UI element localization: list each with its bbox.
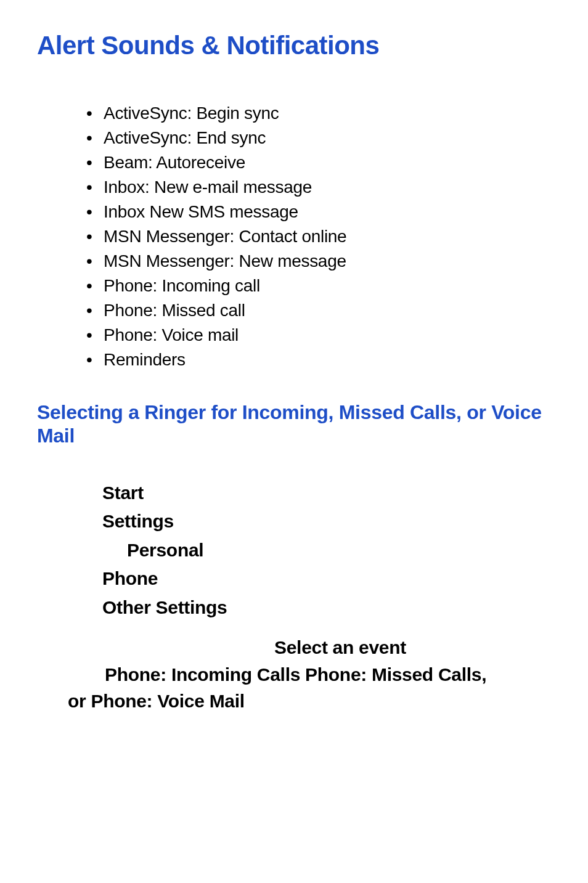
list-item: Phone: Missed call <box>86 301 551 320</box>
step-personal: Personal <box>102 536 551 565</box>
list-item: MSN Messenger: Contact online <box>86 227 551 246</box>
list-item: Phone: Incoming call <box>86 276 551 296</box>
navigation-steps: Start Settings Personal Phone Other Sett… <box>102 479 551 622</box>
list-item: ActiveSync: End sync <box>86 128 551 148</box>
list-item: Inbox New SMS message <box>86 202 551 222</box>
step-start: Start <box>102 482 144 503</box>
step-phone: Phone <box>102 568 158 588</box>
list-item: Beam: Autoreceive <box>86 153 551 173</box>
list-item: Reminders <box>86 350 551 370</box>
instruction-paragraph: Select an event Phone: Incoming Calls Ph… <box>68 634 551 715</box>
step-other-settings: Other Settings <box>102 597 227 617</box>
step-settings: Settings <box>102 511 174 531</box>
instruction-line: Select an event <box>68 634 551 661</box>
list-item: Phone: Voice mail <box>86 325 551 345</box>
section-heading: Selecting a Ringer for Incoming, Missed … <box>37 401 551 448</box>
instruction-line: Phone: Incoming Calls Phone: Missed Call… <box>68 661 551 688</box>
list-item: Inbox: New e-mail message <box>86 177 551 197</box>
list-item: MSN Messenger: New message <box>86 251 551 271</box>
page-title: Alert Sounds & Notifications <box>37 31 551 60</box>
event-bullet-list: ActiveSync: Begin sync ActiveSync: End s… <box>86 104 551 370</box>
instruction-line: or Phone: Voice Mail <box>68 688 551 715</box>
list-item: ActiveSync: Begin sync <box>86 104 551 123</box>
